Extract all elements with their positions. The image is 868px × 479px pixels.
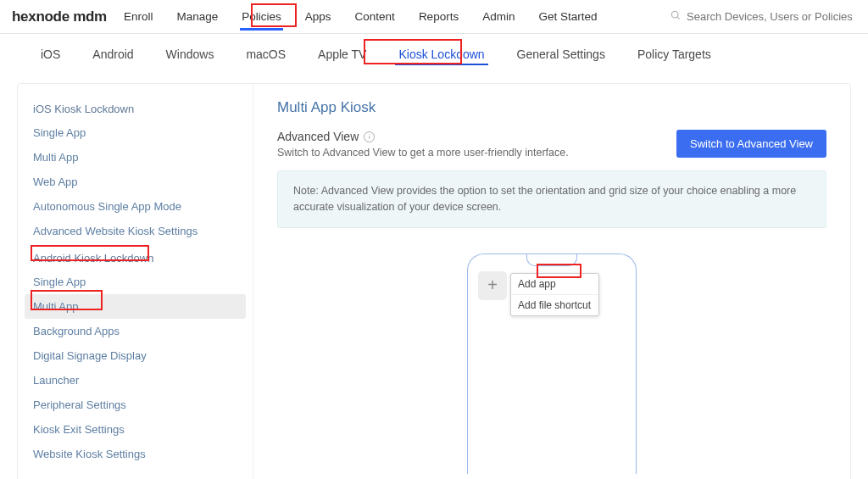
nav-content[interactable]: Content (353, 3, 397, 31)
nav-enroll[interactable]: Enroll (122, 3, 155, 31)
policy-subtabs: iOS Android Windows macOS Apple TV Kiosk… (0, 34, 868, 75)
nav-manage[interactable]: Manage (175, 3, 220, 31)
note-box: Note: Advanced View provides the option … (277, 170, 826, 228)
search-input[interactable] (687, 10, 856, 23)
sidebar-and-background-apps[interactable]: Background Apps (18, 319, 253, 343)
subtab-policy-targets[interactable]: Policy Targets (634, 38, 715, 70)
sidebar-ios-web-app[interactable]: Web App (18, 170, 253, 194)
nav-get-started[interactable]: Get Started (537, 3, 598, 31)
advanced-view-row: Advanced View i Switch to Advanced View … (277, 130, 826, 159)
sidebar-ios-adv-website[interactable]: Advanced Website Kiosk Settings (18, 219, 253, 243)
device-preview-stage: + Add app Add file shortcut (277, 250, 826, 474)
plus-icon: + (487, 276, 498, 295)
search-wrap (670, 9, 856, 24)
kiosk-sidebar: iOS Kiosk Lockdown Single App Multi App … (18, 84, 253, 479)
switch-to-advanced-button[interactable]: Switch to Advanced View (676, 130, 826, 158)
nav-apps[interactable]: Apps (303, 3, 333, 31)
sidebar-and-single-app[interactable]: Single App (18, 270, 253, 294)
search-icon (670, 9, 682, 24)
content-main: Multi App Kiosk Advanced View i Switch t… (253, 84, 850, 479)
advanced-view-sub: Switch to Advanced View to get a more us… (277, 147, 569, 159)
nav-reports[interactable]: Reports (417, 3, 460, 31)
popover-add-file-shortcut[interactable]: Add file shortcut (511, 295, 598, 315)
svg-point-0 (671, 11, 678, 18)
advanced-view-title: Advanced View i (277, 130, 569, 143)
subtab-windows[interactable]: Windows (163, 38, 218, 70)
top-nav: Enroll Manage Policies Apps Content Repo… (122, 0, 599, 33)
nav-policies[interactable]: Policies (240, 3, 283, 31)
add-popover: Add app Add file shortcut (510, 273, 599, 316)
sidebar-section-ios[interactable]: iOS Kiosk Lockdown (18, 97, 253, 120)
phone-notch (526, 254, 577, 266)
sidebar-and-digital-signage[interactable]: Digital Signage Display (18, 343, 253, 368)
info-icon[interactable]: i (364, 131, 375, 142)
add-slot-button[interactable]: + (478, 271, 507, 300)
top-bar: hexnode mdm Enroll Manage Policies Apps … (0, 0, 868, 34)
sidebar-ios-asam[interactable]: Autonomous Single App Mode (18, 194, 253, 219)
sidebar-and-multi-app[interactable]: Multi App (25, 294, 246, 319)
popover-add-app[interactable]: Add app (511, 274, 598, 295)
sidebar-and-peripheral[interactable]: Peripheral Settings (18, 393, 253, 417)
page-title: Multi App Kiosk (277, 99, 826, 116)
nav-admin[interactable]: Admin (481, 3, 516, 31)
svg-line-1 (677, 17, 680, 19)
subtab-ios[interactable]: iOS (37, 38, 64, 70)
subtab-macos[interactable]: macOS (242, 38, 289, 70)
subtab-general-settings[interactable]: General Settings (514, 38, 609, 70)
content-card: iOS Kiosk Lockdown Single App Multi App … (17, 83, 851, 479)
subtab-kiosk-lockdown[interactable]: Kiosk Lockdown (395, 38, 487, 70)
subtab-appletv[interactable]: Apple TV (314, 38, 370, 70)
sidebar-and-website-kiosk[interactable]: Website Kiosk Settings (18, 442, 253, 466)
advanced-view-label: Advanced View (277, 130, 359, 143)
phone-frame: + Add app Add file shortcut (467, 253, 637, 474)
sidebar-and-launcher[interactable]: Launcher (18, 368, 253, 393)
subtab-android[interactable]: Android (89, 38, 136, 70)
sidebar-and-exit-settings[interactable]: Kiosk Exit Settings (18, 417, 253, 442)
logo: hexnode mdm (12, 8, 107, 25)
sidebar-ios-single-app[interactable]: Single App (18, 120, 253, 145)
sidebar-section-android[interactable]: Android Kiosk Lockdown (18, 247, 253, 270)
sidebar-ios-multi-app[interactable]: Multi App (18, 145, 253, 170)
